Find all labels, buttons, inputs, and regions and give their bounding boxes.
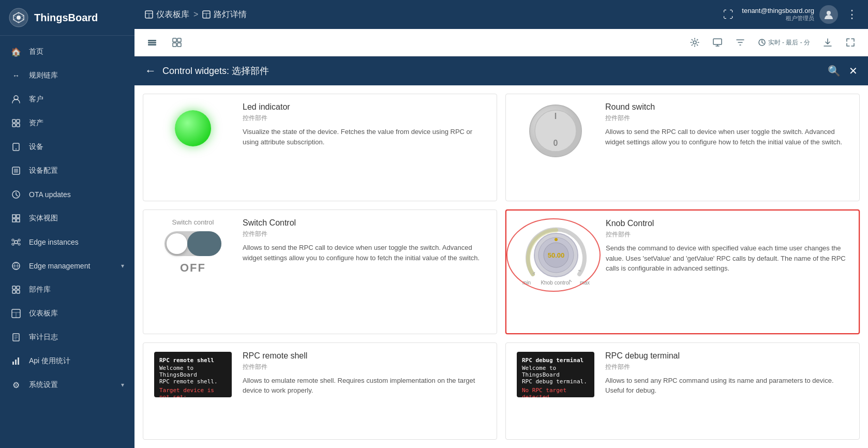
sidebar-item-edge-management[interactable]: Edge management ▾	[0, 254, 134, 278]
dialog-close-button[interactable]: ✕	[849, 65, 858, 77]
knob-max-label: max	[580, 280, 590, 286]
widget-card-rpc-debug[interactable]: RPC debug terminal Welcome to ThingsBoar…	[505, 342, 860, 440]
dialog-back-button[interactable]: ←	[145, 64, 156, 78]
breadcrumb-current[interactable]: 路灯详情	[202, 9, 247, 20]
monitor-button[interactable]	[708, 33, 727, 52]
entity-view-icon	[10, 213, 22, 224]
rpc-shell-terminal: RPC remote shell Welcome to ThingsBoard …	[154, 352, 232, 397]
edge-instances-icon	[10, 236, 22, 248]
grid-button[interactable]	[168, 33, 186, 52]
led-circle	[175, 110, 211, 146]
svg-point-14	[16, 148, 17, 150]
svg-rect-55	[148, 44, 156, 46]
svg-point-1	[17, 16, 21, 20]
dialog-title: Control widgets: 选择部件	[162, 65, 828, 77]
round-switch-card-type: 控件部件	[605, 114, 851, 123]
rpc-debug-card-info: RPC debug terminal 控件部件 Allows to send a…	[605, 351, 851, 396]
svg-rect-43	[12, 362, 14, 365]
round-switch-card-desc: Allows to send the RPC call to device wh…	[605, 127, 851, 147]
sidebar-label-settings: 系统设置	[29, 380, 121, 390]
dialog-search-button[interactable]: 🔍	[828, 65, 841, 77]
sidebar-label-home: 首页	[29, 47, 124, 56]
widget-grid: Led indicator 控件部件 Visualize the state o…	[134, 85, 868, 448]
sidebar-item-entity-view[interactable]: 实体视图	[0, 206, 134, 230]
sidebar-item-widget-library[interactable]: 部件库	[0, 278, 134, 302]
breadcrumb-dashboards[interactable]: 仪表板库	[145, 9, 189, 20]
round-switch-card-info: Round switch 控件部件 Allows to send the RPC…	[605, 102, 851, 147]
sidebar-item-settings[interactable]: ⚙ 系统设置 ▾	[0, 373, 134, 397]
widget-card-knob-control[interactable]: 50.00 min Knob control max	[505, 210, 860, 334]
sidebar-item-assets[interactable]: 资产	[0, 111, 134, 135]
more-menu-button[interactable]: ⋮	[846, 8, 858, 21]
switch-control-preview-label: Switch control	[172, 218, 214, 226]
svg-rect-33	[17, 286, 20, 289]
knob-minmax-labels: min Knob control max	[522, 280, 590, 286]
knob-control-svg: 50.00	[522, 225, 590, 282]
sidebar-item-rules[interactable]: ↔ 规则链库	[0, 64, 134, 87]
sidebar-item-api-usage[interactable]: Api 使用统计	[0, 349, 134, 373]
sidebar-item-dashboards[interactable]: 仪表板库	[0, 302, 134, 325]
sidebar-item-device-profiles[interactable]: 设备配置	[0, 159, 134, 183]
sidebar-item-edge-instances[interactable]: Edge instances	[0, 230, 134, 254]
api-usage-icon	[10, 355, 22, 367]
round-switch-card-name: Round switch	[605, 102, 851, 112]
svg-text:0: 0	[553, 139, 558, 147]
user-info: tenant@thingsboard.org 租户管理员	[742, 5, 838, 24]
fullscreen-button[interactable]: ⛶	[723, 9, 734, 21]
knob-card-name: Knob Control	[606, 219, 850, 228]
svg-rect-34	[12, 290, 16, 293]
widget-card-rpc-shell[interactable]: RPC remote shell Welcome to ThingsBoard …	[143, 342, 497, 440]
svg-text:50.00: 50.00	[548, 251, 565, 259]
svg-line-29	[14, 243, 15, 244]
sidebar-item-customers[interactable]: 客户	[0, 87, 134, 111]
content-wrapper: 标题 * ✏ ⬇ ✕ 路灯详情 100	[134, 56, 868, 448]
main-content: 仪表板库 > 路灯详情 ⛶ tenant@thingsboard.org 租户管…	[134, 0, 868, 448]
widget-card-round-switch[interactable]: I 0 Round switch 控件部件 Allows to send the…	[505, 94, 860, 201]
settings-button[interactable]	[685, 33, 704, 52]
switch-track	[164, 231, 221, 256]
svg-rect-61	[713, 39, 722, 44]
svg-point-24	[18, 239, 20, 241]
knob-card-info: Knob Control 控件部件 Sends the command to d…	[606, 219, 850, 274]
svg-rect-53	[148, 40, 156, 41]
svg-point-52	[827, 11, 831, 15]
switch-control-card-type: 控件部件	[243, 230, 488, 238]
user-avatar[interactable]	[819, 5, 838, 24]
layers-button[interactable]	[143, 33, 161, 52]
fullscreen-area: 实时 - 最后 - 分 标题 * ✏	[134, 29, 868, 448]
sidebar-item-devices[interactable]: 设备	[0, 135, 134, 159]
breadcrumb-current-label: 路灯详情	[214, 9, 247, 20]
widget-card-switch-control[interactable]: Switch control OFF Switch Control 控件部件	[143, 210, 497, 334]
rpc-debug-card-type: 控件部件	[605, 363, 851, 371]
rpc-debug-preview: RPC debug terminal Welcome to ThingsBoar…	[514, 351, 597, 398]
sidebar-item-ota[interactable]: OTA updates	[0, 183, 134, 206]
svg-line-27	[14, 241, 15, 242]
dialog-header: ← Control widgets: 选择部件 🔍 ✕	[134, 56, 868, 85]
svg-rect-57	[177, 38, 181, 42]
svg-rect-12	[17, 124, 20, 127]
svg-rect-35	[17, 290, 20, 293]
download-button[interactable]	[818, 33, 837, 52]
sidebar-item-audit-log[interactable]: 审计日志	[0, 325, 134, 349]
widget-card-led[interactable]: Led indicator 控件部件 Visualize the state o…	[143, 94, 497, 201]
edge-management-icon	[10, 260, 22, 272]
assets-icon	[10, 117, 22, 129]
switch-control-card-name: Switch Control	[243, 218, 488, 228]
round-switch-svg: I 0	[527, 102, 584, 159]
svg-rect-59	[177, 43, 181, 47]
dashboard-fullscreen-button[interactable]	[841, 33, 860, 52]
filter-button[interactable]	[731, 33, 750, 52]
widget-library-icon	[10, 284, 22, 295]
svg-point-26	[18, 243, 20, 245]
knob-min-label: min	[522, 280, 531, 286]
current-page-icon	[202, 10, 211, 19]
logo-area: ThingsBoard	[0, 0, 134, 36]
sidebar-item-home[interactable]: 🏠 首页	[0, 40, 134, 64]
rpc-debug-error: No RPC target detected.	[522, 387, 589, 397]
svg-rect-19	[17, 215, 20, 218]
round-switch-preview: I 0	[514, 102, 597, 159]
time-range-button[interactable]: 实时 - 最后 - 分	[754, 33, 814, 52]
svg-point-94	[555, 238, 558, 241]
sidebar-label-ota: OTA updates	[29, 190, 124, 199]
svg-rect-21	[17, 219, 20, 222]
